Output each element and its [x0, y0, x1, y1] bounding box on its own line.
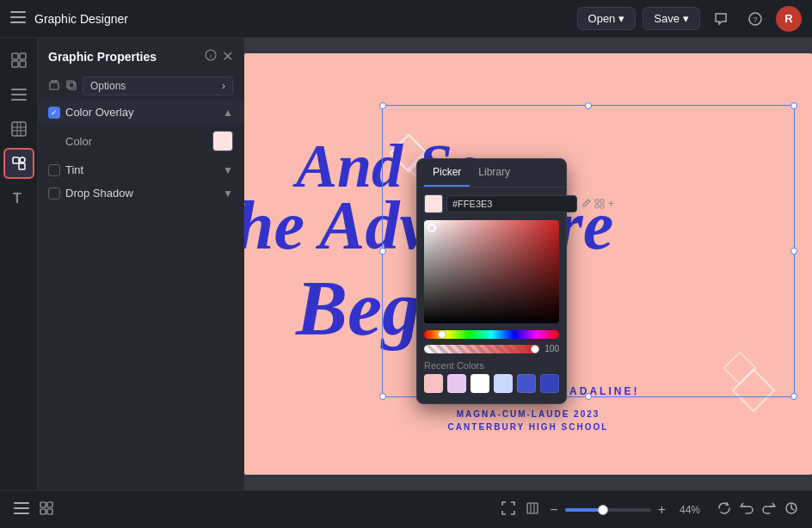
svg-rect-33 — [14, 502, 29, 504]
svg-text:?: ? — [753, 15, 757, 24]
panel-actions-row: Options › — [38, 71, 243, 101]
panel-header: Graphic Properties i ✕ — [38, 38, 243, 71]
zoom-slider[interactable] — [565, 508, 651, 512]
selection-handle-bl[interactable] — [379, 393, 386, 400]
svg-rect-8 — [20, 61, 26, 67]
svg-rect-31 — [595, 205, 599, 208]
picker-hex-input[interactable] — [446, 195, 577, 212]
panel-delete-icon[interactable] — [48, 79, 60, 94]
canvas-text-canterbury: CANTERBURY HIGH SCHOOL — [448, 422, 609, 432]
opacity-slider[interactable] — [424, 345, 539, 353]
refresh-icon[interactable] — [717, 501, 731, 519]
selection-handle-br[interactable] — [790, 393, 797, 400]
options-button[interactable]: Options › — [83, 77, 233, 95]
open-button[interactable]: Open ▾ — [577, 7, 637, 30]
color-picker-popup: Picker Library + — [416, 158, 567, 404]
svg-rect-18 — [19, 163, 25, 169]
svg-rect-2 — [10, 21, 26, 23]
color-field-label: Color — [65, 135, 206, 148]
gradient-cursor[interactable] — [428, 224, 436, 232]
zoom-slider-fill — [565, 508, 600, 512]
picker-tabs: Picker Library — [417, 159, 566, 187]
svg-rect-37 — [47, 502, 52, 507]
drop-shadow-checkbox[interactable] — [48, 187, 60, 200]
resize-icon[interactable] — [526, 501, 539, 519]
svg-rect-0 — [10, 11, 26, 13]
color-swatch[interactable] — [212, 131, 233, 151]
help-button[interactable]: ? — [741, 5, 769, 33]
redo-button[interactable] — [762, 501, 776, 519]
user-avatar[interactable]: R — [776, 6, 802, 32]
zoom-out-button[interactable]: − — [550, 502, 557, 518]
add-color-icon[interactable]: + — [608, 195, 614, 212]
svg-rect-30 — [600, 200, 604, 203]
drop-shadow-section-header[interactable]: Drop Shadow ▼ — [38, 181, 243, 205]
svg-rect-17 — [13, 157, 19, 163]
sidebar-icon-grid[interactable] — [3, 114, 34, 144]
recent-swatch-3[interactable] — [471, 374, 489, 393]
eyedropper-icon[interactable] — [581, 195, 591, 212]
hue-slider[interactable] — [424, 330, 559, 339]
sidebar-icon-text[interactable]: T — [3, 182, 34, 213]
undo-button[interactable] — [740, 501, 754, 519]
svg-point-19 — [20, 157, 25, 163]
panel-info-icon[interactable]: i — [205, 49, 217, 64]
picker-hex-row: + — [417, 187, 566, 217]
recent-swatch-1[interactable] — [424, 374, 443, 393]
layers-bottom-icon[interactable] — [14, 502, 29, 518]
panel-copy-icon[interactable] — [65, 79, 77, 94]
svg-rect-12 — [12, 122, 26, 136]
recent-swatch-6[interactable] — [540, 374, 559, 393]
picker-hex-swatch[interactable] — [424, 194, 443, 213]
selection-handle-tl[interactable] — [379, 102, 386, 109]
svg-rect-6 — [20, 53, 26, 59]
svg-rect-23 — [50, 83, 58, 89]
selection-handle-mr[interactable] — [790, 248, 797, 255]
tab-picker[interactable]: Picker — [424, 159, 470, 187]
tint-section-header[interactable]: Tint ▼ — [38, 158, 243, 181]
svg-rect-5 — [12, 53, 18, 59]
comment-button[interactable] — [707, 5, 735, 33]
app-title: Graphic Designer — [34, 12, 569, 26]
tab-library[interactable]: Library — [470, 159, 519, 187]
color-overlay-chevron: ▲ — [223, 107, 233, 119]
grid-view-icon[interactable] — [594, 195, 605, 212]
drop-shadow-label: Drop Shadow — [65, 187, 218, 200]
panel-close-button[interactable]: ✕ — [222, 48, 233, 64]
sidebar-icon-shapes[interactable] — [3, 148, 34, 179]
main-area: T Graphic Properties i ✕ Options › — [0, 38, 812, 490]
hue-handle[interactable] — [438, 330, 446, 339]
bottom-right-icons — [717, 501, 798, 519]
menu-icon[interactable] — [10, 9, 26, 28]
topbar: Graphic Designer Open ▾ Save ▾ ? R — [0, 0, 812, 38]
zoom-in-button[interactable]: + — [658, 502, 666, 518]
opacity-handle[interactable] — [531, 345, 539, 353]
recent-swatch-4[interactable] — [494, 374, 513, 393]
grid-bottom-icon[interactable] — [40, 501, 53, 519]
color-gradient-box[interactable] — [424, 220, 559, 323]
color-overlay-label: Color Overlay — [65, 106, 218, 119]
sidebar-icon-layers[interactable] — [3, 79, 34, 110]
fit-icon[interactable] — [501, 501, 515, 519]
color-overlay-checkbox[interactable] — [48, 107, 60, 119]
color-overlay-section-header[interactable]: Color Overlay ▲ — [38, 101, 243, 124]
selection-handle-tr[interactable] — [790, 102, 797, 109]
recent-swatch-5[interactable] — [517, 374, 536, 393]
opacity-value: 100 — [544, 344, 559, 353]
canvas-area[interactable]: And So he Adventure Begins CONGRATULATIO… — [244, 38, 812, 490]
sidebar-icons: T — [0, 38, 38, 490]
svg-rect-11 — [11, 99, 27, 101]
tint-checkbox[interactable] — [48, 164, 60, 176]
history-icon[interactable] — [784, 501, 798, 519]
svg-rect-9 — [11, 89, 27, 90]
save-button[interactable]: Save ▾ — [643, 7, 700, 30]
selection-handle-tm[interactable] — [585, 102, 592, 109]
svg-rect-29 — [595, 200, 599, 203]
svg-rect-39 — [47, 509, 52, 514]
sidebar-icon-elements[interactable] — [3, 45, 34, 76]
panel-title: Graphic Properties — [48, 50, 200, 64]
zoom-slider-handle[interactable] — [598, 505, 608, 515]
svg-rect-40 — [527, 503, 538, 513]
recent-swatch-2[interactable] — [447, 374, 466, 393]
tint-chevron: ▼ — [223, 164, 233, 176]
